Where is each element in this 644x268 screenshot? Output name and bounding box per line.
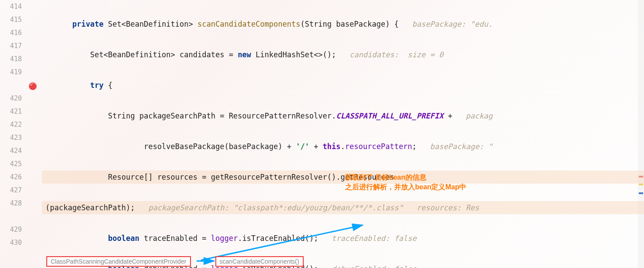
- line-number[interactable]: 416: [0, 26, 22, 39]
- line-number[interactable]: 422: [0, 118, 22, 131]
- line-number[interactable]: 426: [0, 171, 22, 184]
- line-number[interactable]: 421: [0, 105, 22, 118]
- line-number[interactable]: 427: [0, 184, 22, 197]
- line-number[interactable]: 424: [0, 144, 22, 157]
- line-number[interactable]: [0, 79, 22, 92]
- breakpoint-checked-icon[interactable]: [29, 82, 37, 90]
- line-number[interactable]: [0, 210, 22, 223]
- gutter-markers[interactable]: [26, 0, 42, 255]
- annotation-text: 获取到了 目标bean的信息 之后进行解析，并放入bean定义Map中: [345, 173, 466, 192]
- code-editor[interactable]: 414 415 416 417 418 419 420 421 422 423 …: [0, 0, 644, 255]
- line-number[interactable]: 414: [0, 0, 22, 13]
- breadcrumb-bar[interactable]: ClassPathScanningCandidateComponentProvi…: [46, 255, 304, 268]
- code-line-breakpoint: (packageSearchPath); packageSearchPath: …: [42, 201, 644, 214]
- line-number[interactable]: 428: [0, 197, 22, 210]
- code-line: resolveBasePackage(basePackage) + '/' + …: [42, 140, 644, 153]
- code-line-breakpoint: Resource[] resources = getResourcePatter…: [42, 171, 644, 184]
- breadcrumb-separator: [191, 261, 200, 262]
- line-number[interactable]: 418: [0, 52, 22, 66]
- breadcrumb-class[interactable]: ClassPathScanningCandidateComponentProvi…: [46, 256, 191, 267]
- line-number[interactable]: 430: [0, 236, 22, 249]
- line-number[interactable]: 429: [0, 223, 22, 236]
- line-number[interactable]: 423: [0, 131, 22, 144]
- code-line: private Set<BeanDefinition> scanCandidat…: [42, 17, 644, 31]
- line-number[interactable]: 415: [0, 13, 22, 26]
- line-number[interactable]: 417: [0, 39, 22, 52]
- code-line: try {: [42, 79, 644, 92]
- breadcrumb-method[interactable]: scanCandidateComponents(): [215, 256, 304, 267]
- line-number[interactable]: 419: [0, 66, 22, 79]
- line-number[interactable]: 425: [0, 157, 22, 171]
- line-number-gutter[interactable]: 414 415 416 417 418 419 420 421 422 423 …: [0, 0, 26, 255]
- line-number[interactable]: 420: [0, 92, 22, 105]
- code-line: Set<BeanDefinition> candidates = new Lin…: [42, 48, 644, 61]
- code-area[interactable]: private Set<BeanDefinition> scanCandidat…: [42, 0, 644, 255]
- code-line: String packageSearchPath = ResourcePatte…: [42, 109, 644, 122]
